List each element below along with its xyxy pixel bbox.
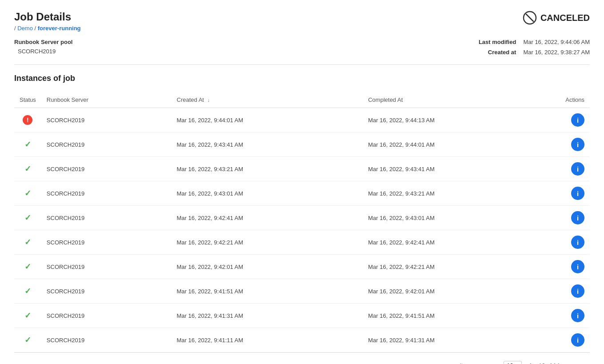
info-button[interactable]: i (571, 309, 584, 322)
instances-table-container: Status Runbook Server Created At ↓ Compl… (14, 92, 590, 352)
completed-at-cell: Mar 16, 2022, 9:43:41 AM (363, 157, 554, 181)
instances-section: Instances of job Status Runbook Server C… (14, 74, 590, 364)
col-status: Status (14, 92, 41, 108)
completed-at-cell: Mar 16, 2022, 9:42:21 AM (363, 255, 554, 279)
runbook-server-cell: SCORCH2019 (41, 108, 172, 132)
info-button[interactable]: i (571, 333, 584, 347)
runbook-server-cell: SCORCH2019 (41, 157, 172, 181)
col-created-at[interactable]: Created At ↓ (172, 92, 363, 108)
runbook-pool-value: SCORCH2019 (14, 48, 72, 55)
status-cell: ✓ (14, 328, 41, 352)
info-button[interactable]: i (571, 187, 584, 200)
created-at-cell: Mar 16, 2022, 9:41:51 AM (172, 279, 363, 304)
header-section: Job Details / Demo / forever-running CAN… (14, 11, 590, 65)
table-row: ✓SCORCH2019Mar 16, 2022, 9:41:11 AMMar 1… (14, 328, 590, 352)
table-row: ✓SCORCH2019Mar 16, 2022, 9:42:01 AMMar 1… (14, 255, 590, 279)
check-icon: ✓ (24, 140, 31, 149)
check-icon: ✓ (24, 238, 31, 247)
actions-cell: i (554, 132, 590, 157)
created-at-value: Mar 16, 2022, 9:38:27 AM (523, 49, 590, 56)
actions-cell: i (554, 279, 590, 304)
created-at-cell: Mar 16, 2022, 9:41:11 AM (172, 328, 363, 352)
created-at-cell: Mar 16, 2022, 9:43:41 AM (172, 132, 363, 157)
items-per-page-label: Items per page: (460, 362, 500, 364)
status-cell: ✓ (14, 304, 41, 328)
created-at-cell: Mar 16, 2022, 9:44:01 AM (172, 108, 363, 132)
check-icon: ✓ (24, 311, 31, 320)
status-cell: ✓ (14, 255, 41, 279)
info-button[interactable]: i (571, 260, 584, 273)
canceled-icon (523, 11, 537, 25)
runbook-server-cell: SCORCH2019 (41, 328, 172, 352)
table-row: ✓SCORCH2019Mar 16, 2022, 9:42:21 AMMar 1… (14, 230, 590, 255)
created-at-cell: Mar 16, 2022, 9:41:31 AM (172, 304, 363, 328)
items-per-page: Items per page: 5 10 25 50 (460, 361, 522, 364)
completed-at-cell: Mar 16, 2022, 9:42:01 AM (363, 279, 554, 304)
prev-page-button[interactable]: ‹ (567, 360, 575, 364)
table-row: ✓SCORCH2019Mar 16, 2022, 9:42:41 AMMar 1… (14, 206, 590, 230)
completed-at-cell: Mar 16, 2022, 9:43:01 AM (363, 206, 554, 230)
status-cell: ✓ (14, 230, 41, 255)
table-row: !SCORCH2019Mar 16, 2022, 9:44:01 AMMar 1… (14, 108, 590, 132)
last-modified-label: Last modified (472, 39, 516, 45)
status-cell: ✓ (14, 157, 41, 181)
status-cell: ! (14, 108, 41, 132)
actions-cell: i (554, 255, 590, 279)
actions-cell: i (554, 230, 590, 255)
breadcrumb-job[interactable]: forever-running (38, 25, 81, 32)
col-runbook-server: Runbook Server (41, 92, 172, 108)
table-row: ✓SCORCH2019Mar 16, 2022, 9:43:21 AMMar 1… (14, 157, 590, 181)
check-icon: ✓ (24, 213, 31, 222)
svg-line-1 (526, 14, 533, 21)
completed-at-cell: Mar 16, 2022, 9:41:31 AM (363, 328, 554, 352)
last-modified-value: Mar 16, 2022, 9:44:06 AM (523, 39, 590, 45)
created-at-cell: Mar 16, 2022, 9:43:21 AM (172, 157, 363, 181)
completed-at-cell: Mar 16, 2022, 9:44:13 AM (363, 108, 554, 132)
created-at-cell: Mar 16, 2022, 9:43:01 AM (172, 181, 363, 206)
table-header: Status Runbook Server Created At ↓ Compl… (14, 92, 590, 108)
info-button[interactable]: i (571, 211, 584, 224)
created-at-cell: Mar 16, 2022, 9:42:01 AM (172, 255, 363, 279)
check-icon: ✓ (24, 164, 31, 173)
last-modified-row: Last modified Mar 16, 2022, 9:44:06 AM (472, 39, 590, 45)
runbook-pool-label: Runbook Server pool (14, 39, 72, 45)
page-info: 1 – 10 of 14 (529, 362, 560, 364)
table-row: ✓SCORCH2019Mar 16, 2022, 9:43:41 AMMar 1… (14, 132, 590, 157)
created-at-cell: Mar 16, 2022, 9:42:21 AM (172, 230, 363, 255)
created-at-row: Created at Mar 16, 2022, 9:38:27 AM (472, 49, 590, 56)
status-cell: ✓ (14, 181, 41, 206)
runbook-pool-info: Runbook Server pool SCORCH2019 (14, 39, 72, 55)
table-row: ✓SCORCH2019Mar 16, 2022, 9:43:01 AMMar 1… (14, 181, 590, 206)
next-page-button[interactable]: › (582, 360, 590, 364)
runbook-server-cell: SCORCH2019 (41, 255, 172, 279)
info-button[interactable]: i (571, 284, 584, 298)
actions-cell: i (554, 304, 590, 328)
breadcrumb-demo[interactable]: Demo (17, 25, 33, 32)
breadcrumb-separator2: / (35, 25, 38, 32)
runbook-server-cell: SCORCH2019 (41, 206, 172, 230)
page-title: Job Details (14, 11, 81, 23)
breadcrumb: / Demo / forever-running (14, 25, 81, 32)
dates-section: Last modified Mar 16, 2022, 9:44:06 AM C… (472, 39, 590, 56)
info-button[interactable]: i (571, 138, 584, 151)
created-at-cell: Mar 16, 2022, 9:42:41 AM (172, 206, 363, 230)
actions-cell: i (554, 206, 590, 230)
completed-at-cell: Mar 16, 2022, 9:42:41 AM (363, 230, 554, 255)
completed-at-cell: Mar 16, 2022, 9:41:51 AM (363, 304, 554, 328)
status-label: CANCELED (540, 13, 590, 23)
info-button[interactable]: i (571, 162, 584, 176)
status-cell: ✓ (14, 279, 41, 304)
per-page-select[interactable]: 5 10 25 50 (504, 361, 522, 364)
status-cell: ✓ (14, 206, 41, 230)
info-button[interactable]: i (571, 113, 584, 127)
pagination-bar: Items per page: 5 10 25 50 1 – 10 of 14 … (14, 352, 590, 364)
check-icon: ✓ (24, 336, 31, 344)
runbook-server-cell: SCORCH2019 (41, 230, 172, 255)
check-icon: ✓ (24, 189, 31, 198)
meta-section: Runbook Server pool SCORCH2019 Last modi… (14, 39, 590, 56)
actions-cell: i (554, 181, 590, 206)
actions-cell: i (554, 157, 590, 181)
info-button[interactable]: i (571, 236, 584, 249)
runbook-server-cell: SCORCH2019 (41, 304, 172, 328)
col-actions: Actions (554, 92, 590, 108)
